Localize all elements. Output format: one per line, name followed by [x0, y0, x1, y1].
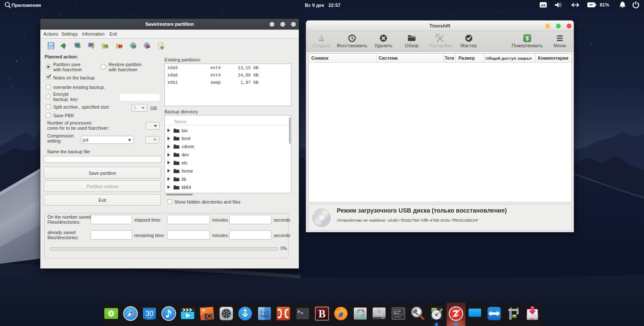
svg-text:!: ! [93, 46, 94, 49]
svg-text:30: 30 [146, 310, 153, 317]
svg-text:81%: 81% [600, 2, 609, 7]
svg-text:grub: grub [394, 310, 401, 313]
svg-text:Monday: Monday [147, 317, 152, 319]
svg-text:$: $ [526, 36, 529, 42]
svg-text:us: us [541, 3, 546, 7]
svg-text:B: B [318, 308, 325, 320]
